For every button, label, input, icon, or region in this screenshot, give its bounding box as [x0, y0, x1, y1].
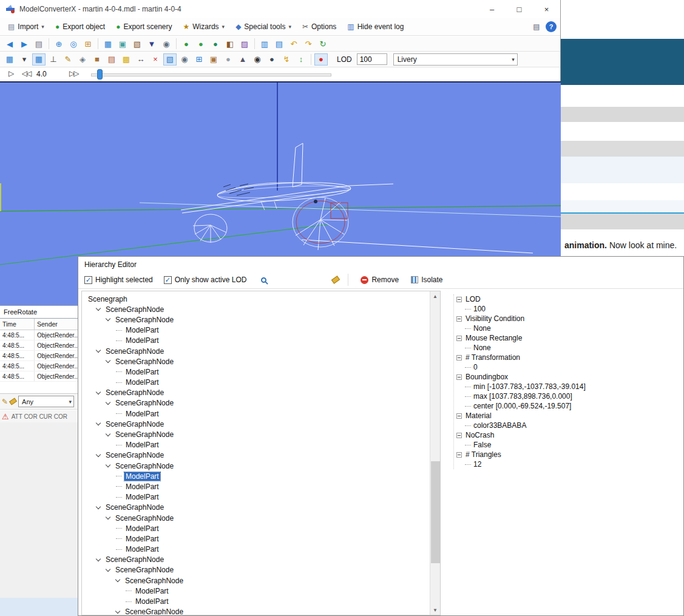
collapse-icon[interactable] — [456, 374, 462, 380]
chevron-down-icon[interactable] — [106, 400, 110, 405]
tree-node-label[interactable]: SceneGraphNode — [124, 577, 185, 585]
chevron-down-icon[interactable] — [106, 431, 110, 436]
cubes-icon[interactable]: ▣ — [207, 53, 220, 66]
edit-filter-icon[interactable]: ✎ — [2, 398, 8, 406]
tree-node-label[interactable]: ModelPart — [124, 545, 160, 553]
chevron-down-icon[interactable] — [96, 452, 101, 457]
back-icon[interactable]: ◀ — [3, 38, 16, 50]
tree-node[interactable]: SceneGraphNode — [83, 575, 440, 586]
dark-sphere-icon[interactable]: ● — [265, 53, 279, 66]
ground-poly-icon[interactable]: ⊞ — [192, 53, 206, 66]
tree-node[interactable]: ModelPart — [83, 471, 440, 481]
menu-item-hide-event-log[interactable]: ▥Hide event log — [342, 18, 409, 35]
menu-item-export-scenery[interactable]: ●Export scenery — [110, 18, 177, 35]
tree-node-label[interactable]: SceneGraphNode — [114, 430, 175, 439]
crop-icon[interactable]: × — [149, 53, 162, 66]
tree-node-label[interactable]: SceneGraphNode — [104, 388, 165, 397]
tree-node-label[interactable]: SceneGraphNode — [114, 316, 175, 324]
redo-icon[interactable]: ↷ — [302, 38, 315, 50]
chevron-down-icon[interactable] — [96, 557, 101, 561]
property-node[interactable]: # Transformation — [456, 353, 682, 362]
tree-node[interactable]: SceneGraphNode — [83, 388, 440, 398]
chevron-down-icon[interactable] — [96, 390, 101, 394]
tree-node-label[interactable]: SceneGraphNode — [104, 451, 165, 459]
undo-icon[interactable]: ↶ — [287, 38, 300, 50]
tree-node[interactable]: Scenegraph — [83, 294, 440, 304]
event-log-view-icon[interactable]: ▤ — [32, 38, 46, 50]
collapse-icon[interactable] — [456, 355, 462, 360]
property-node[interactable]: Boundingbox — [456, 372, 682, 382]
tree-node-label[interactable]: SceneGraphNode — [104, 503, 165, 512]
tree-node-label[interactable]: SceneGraphNode — [124, 608, 185, 615]
severity-filter-combobox[interactable]: Any ▾ — [18, 396, 74, 407]
property-value[interactable]: None — [456, 323, 682, 333]
tree-node[interactable]: ModelPart — [83, 377, 440, 388]
property-value[interactable]: 0 — [456, 362, 682, 372]
property-node[interactable]: # Triangles — [456, 450, 682, 459]
tree-node[interactable]: SceneGraphNode — [83, 565, 440, 575]
tree-node[interactable]: SceneGraphNode — [83, 513, 440, 523]
tree-node-label[interactable]: ModelPart — [124, 472, 160, 481]
tree-node-label[interactable]: ModelPart — [124, 482, 160, 491]
tree-node-label[interactable]: SceneGraphNode — [114, 357, 175, 366]
livery-combobox[interactable]: Livery ▾ — [393, 53, 518, 66]
chevron-down-icon[interactable] — [115, 577, 120, 582]
tree-node[interactable]: SceneGraphNode — [83, 314, 440, 325]
scroll-down-icon[interactable]: ▼ — [430, 605, 440, 615]
zoom-object-icon[interactable]: ⊞ — [81, 38, 95, 50]
collapse-icon[interactable] — [456, 433, 462, 438]
tree-node-label[interactable]: ModelPart — [124, 535, 160, 543]
tree-node[interactable]: SceneGraphNode — [83, 450, 440, 461]
lightning-icon[interactable]: ↯ — [280, 53, 293, 66]
tree-node-label[interactable]: SceneGraphNode — [104, 555, 165, 564]
clear-log-icon[interactable] — [9, 398, 17, 405]
animation-slider-thumb[interactable] — [97, 69, 103, 80]
property-value[interactable]: False — [456, 440, 682, 450]
refresh-icon[interactable]: ↻ — [316, 38, 330, 50]
tree-node[interactable]: SceneGraphNode — [83, 555, 440, 565]
menu-item-options[interactable]: ✂Options — [297, 18, 342, 35]
material-view-icon[interactable]: ▧ — [130, 38, 144, 50]
walk-mode-icon[interactable]: ▲ — [236, 53, 249, 66]
checkered-ball-icon[interactable]: ◉ — [251, 53, 264, 66]
tree-node-label[interactable]: ModelPart — [124, 410, 160, 418]
property-value[interactable]: None — [456, 343, 682, 353]
globe-export-icon[interactable]: ● — [180, 38, 193, 50]
tree-node-label[interactable]: SceneGraphNode — [104, 305, 165, 314]
remove-button[interactable]: Remove — [357, 274, 402, 285]
maximize-button[interactable]: □ — [506, 0, 533, 18]
isolate-button[interactable]: Isolate — [407, 274, 446, 285]
tree-node-label[interactable]: SceneGraphNode — [104, 347, 165, 356]
grid-toggle-icon[interactable]: ▦ — [32, 53, 46, 66]
tree-node-label[interactable]: ModelPart — [124, 368, 160, 376]
property-value[interactable]: 100 — [456, 304, 682, 314]
chevron-down-icon[interactable] — [96, 306, 101, 311]
property-node[interactable]: Material — [456, 411, 682, 421]
tree-node[interactable]: SceneGraphNode — [83, 607, 440, 615]
tree-scrollbar[interactable]: ▲ ▼ — [430, 291, 440, 615]
attach-points-icon[interactable]: ✎ — [61, 53, 75, 66]
chevron-down-icon[interactable] — [115, 608, 120, 613]
tree-node-label[interactable]: SceneGraphNode — [114, 399, 175, 407]
chevron-down-icon[interactable] — [106, 462, 110, 467]
menu-item-wizards[interactable]: ★Wizards▾ — [177, 18, 230, 35]
apple-toggle-icon[interactable]: ● — [314, 53, 328, 66]
close-button[interactable]: × — [533, 0, 560, 18]
property-value[interactable]: 12 — [456, 459, 682, 469]
select-mode-icon[interactable]: ▦ — [3, 53, 16, 66]
tree-node-label[interactable]: ModelPart — [124, 378, 160, 387]
collapse-icon[interactable] — [456, 452, 462, 458]
tree-node[interactable]: ModelPart — [83, 596, 440, 606]
tree-node-label[interactable]: ModelPart — [124, 441, 160, 449]
tree-node[interactable]: ModelPart — [83, 367, 440, 377]
scrollbar-thumb[interactable] — [431, 461, 440, 563]
eventlog-row[interactable]: 4:48:5...ObjectRender... — [0, 351, 78, 361]
property-node[interactable]: LOD — [456, 294, 682, 304]
hierarchy-view-icon[interactable]: ▦ — [101, 38, 115, 50]
menu-item-special-tools[interactable]: ◆Special tools▾ — [230, 18, 297, 35]
tree-node[interactable]: ModelPart — [83, 492, 440, 503]
property-value[interactable]: center [0.000,-69.524,-19.507] — [456, 401, 682, 411]
collapse-icon[interactable] — [456, 316, 462, 322]
event-log-icon[interactable]: ▤ — [531, 21, 542, 32]
tree-node[interactable]: SceneGraphNode — [83, 461, 440, 471]
